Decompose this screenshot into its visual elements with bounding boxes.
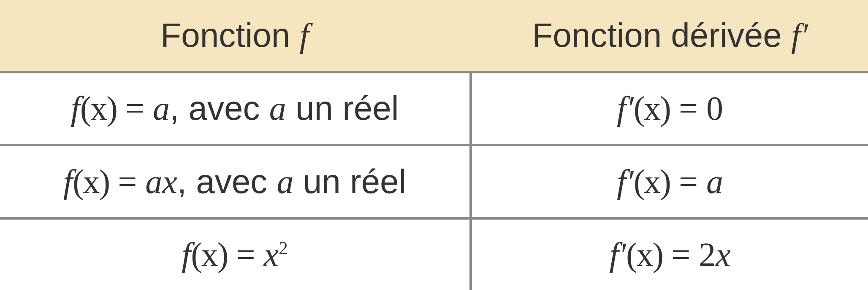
eq: =: [109, 163, 145, 200]
header-row: Fonction f Fonction dérivée f′: [0, 0, 868, 71]
rhs-sup: 2: [279, 238, 288, 259]
rhs: ax: [145, 163, 177, 200]
rhs: 0: [706, 90, 723, 127]
args: (x): [191, 236, 228, 273]
args: (x): [73, 163, 109, 200]
eq: =: [670, 163, 706, 200]
header-cell-function: Fonction f: [0, 0, 469, 71]
eq: =: [117, 90, 153, 127]
args: (x): [634, 163, 670, 200]
rhs: a: [706, 163, 723, 200]
eq: =: [228, 236, 263, 273]
suffix-tail: un réel: [286, 89, 399, 127]
header-function-symbol: f: [299, 17, 309, 54]
args: (x): [626, 236, 663, 273]
lhs: f: [63, 163, 73, 200]
eq: =: [663, 236, 699, 273]
args: (x): [634, 90, 670, 127]
lhs: f′: [617, 90, 634, 127]
suffix-plain: , avec: [170, 89, 269, 127]
table-row: f(x) = x2 f′(x) = 2x: [0, 220, 868, 290]
lhs: f: [182, 236, 191, 273]
header-derivative-symbol: f′: [791, 17, 808, 54]
cell-function: f(x) = a, avec a un réel: [0, 73, 469, 144]
lhs: f: [71, 90, 80, 127]
args: (x): [80, 90, 117, 127]
header-function-label: Fonction: [160, 16, 299, 54]
header-cell-derivative: Fonction dérivée f′: [472, 0, 868, 71]
rhs-base: x: [264, 236, 279, 273]
suffix-var: a: [277, 163, 293, 200]
header-derivative-label: Fonction dérivée: [532, 16, 791, 54]
cell-derivative: f′(x) = a: [472, 146, 868, 217]
suffix-var: a: [269, 90, 286, 127]
rhs-coef: 2: [699, 236, 716, 273]
lhs: f′: [617, 163, 634, 200]
cell-derivative: f′(x) = 2x: [472, 220, 868, 290]
cell-function: f(x) = x2: [0, 220, 469, 290]
derivative-table: Fonction f Fonction dérivée f′ f(x) = a,…: [0, 0, 868, 290]
cell-derivative: f′(x) = 0: [472, 73, 868, 144]
cell-function: f(x) = ax, avec a un réel: [0, 146, 469, 217]
rhs: a: [153, 90, 170, 127]
suffix-plain: , avec: [177, 163, 277, 200]
eq: =: [670, 90, 706, 127]
suffix-tail: un réel: [293, 163, 406, 200]
table-row: f(x) = ax, avec a un réel f′(x) = a: [0, 146, 868, 217]
rhs-var: x: [716, 236, 731, 273]
table-row: f(x) = a, avec a un réel f′(x) = 0: [0, 73, 868, 144]
lhs: f′: [609, 236, 626, 273]
